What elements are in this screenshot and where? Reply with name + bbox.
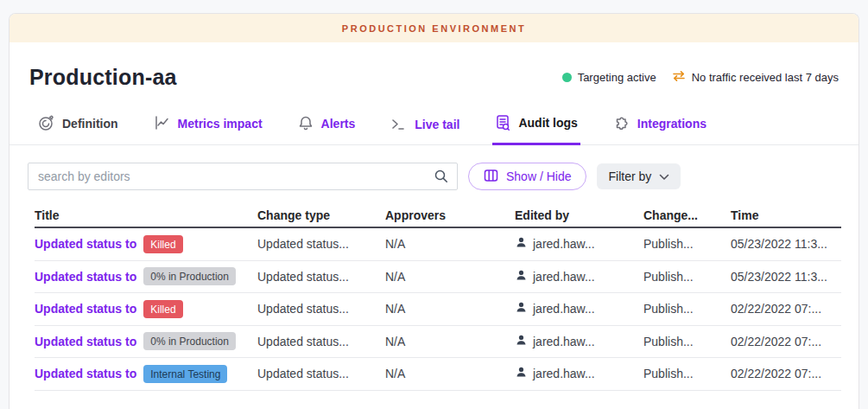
time-cell: 02/22/2022 07:... [731,335,841,348]
editor-name: jared.haw... [533,335,595,348]
time-cell: 02/22/2022 07:... [731,302,841,316]
title-cell: Updated status to 0% in Production [35,332,257,350]
column-header-edited-by: Edited by [515,208,643,222]
approvers-cell: N/A [385,367,515,380]
status-badge: Killed [143,235,182,253]
change-cell: Publish... [643,367,731,380]
column-header-approvers: Approvers [385,208,515,222]
page-title: Production-aa [29,65,177,90]
tab-metrics-impact[interactable]: Metrics impact [151,106,265,145]
definition-target-icon [38,115,54,131]
tab-definition-label: Definition [62,117,118,131]
swap-arrows-icon [672,70,686,85]
title-link[interactable]: Updated status to [35,237,136,251]
chevron-down-icon [659,169,669,183]
column-header-title: Title [35,208,257,222]
targeting-status-label: Targeting active [578,71,656,84]
tab-integrations-label: Integrations [637,117,706,131]
environment-banner-label: PRODUCTION ENVIRONMENT [342,23,526,34]
approvers-cell: N/A [385,335,515,348]
table-row[interactable]: Updated status to 0% in Production Updat… [35,326,841,359]
title-cell: Updated status to 0% in Production [35,267,257,285]
table-header-row: Title Change type Approvers Edited by Ch… [35,204,841,228]
tab-audit-logs[interactable]: Audit logs [492,105,580,145]
show-hide-label: Show / Hide [506,169,571,183]
title-link[interactable]: Updated status to [35,270,136,284]
tab-bar: Definition Metrics impact Alerts [10,105,858,145]
table-row[interactable]: Updated status to Killed Updated status.… [35,293,841,326]
title-cell: Updated status to Killed [35,300,257,318]
tab-alerts[interactable]: Alerts [295,106,358,145]
change-type-cell: Updated status... [257,335,385,348]
change-cell: Publish... [643,237,731,251]
column-header-change: Change... [643,208,731,222]
change-cell: Publish... [643,302,731,316]
change-cell: Publish... [643,335,731,348]
table-row[interactable]: Updated status to Internal Testing Updat… [35,358,841,391]
tab-alerts-label: Alerts [321,117,356,131]
targeting-active-dot-icon [562,73,572,82]
line-chart-icon [154,115,170,131]
table-row[interactable]: Updated status to Killed Updated status.… [35,228,841,261]
tab-live-tail[interactable]: Live tail [388,108,462,145]
status-badge: Internal Testing [143,365,227,383]
editor-name: jared.haw... [533,367,595,380]
tab-metrics-impact-label: Metrics impact [178,117,263,131]
table-row[interactable]: Updated status to 0% in Production Updat… [35,261,841,294]
title-cell: Updated status to Killed [35,235,257,253]
editor-name: jared.haw... [533,270,595,284]
page-header: Production-aa Targeting active No traffi… [10,42,858,105]
title-link[interactable]: Updated status to [35,367,136,380]
tab-integrations[interactable]: Integrations [611,106,709,145]
change-type-cell: Updated status... [257,367,385,380]
status-badge: 0% in Production [143,267,236,285]
environment-banner: PRODUCTION ENVIRONMENT [10,14,858,42]
filter-by-label: Filter by [608,169,651,183]
change-cell: Publish... [643,270,731,284]
audit-toolbar: Show / Hide Filter by [10,145,858,204]
person-icon [515,269,528,284]
table-body: Updated status to Killed Updated status.… [35,228,841,391]
traffic-status-label: No traffic received last 7 days [692,71,839,84]
search-input[interactable] [28,163,458,190]
search-box [28,163,458,190]
bell-icon [298,115,314,131]
title-cell: Updated status to Internal Testing [35,365,257,383]
person-icon [515,301,528,316]
approvers-cell: N/A [385,237,515,251]
time-cell: 05/23/2022 11:3... [731,270,841,284]
edited-by-cell: jared.haw... [515,269,643,284]
tab-live-tail-label: Live tail [415,118,459,131]
title-link[interactable]: Updated status to [35,335,136,348]
approvers-cell: N/A [385,270,515,284]
title-link[interactable]: Updated status to [35,302,136,316]
edited-by-cell: jared.haw... [515,366,643,381]
status-badge: Killed [143,300,182,318]
edited-by-cell: jared.haw... [515,334,643,349]
column-header-change-type: Change type [257,208,385,222]
change-type-cell: Updated status... [257,270,385,284]
audit-log-table: Title Change type Approvers Edited by Ch… [35,204,841,391]
approvers-cell: N/A [385,302,515,316]
editor-name: jared.haw... [533,237,595,251]
tab-definition[interactable]: Definition [35,106,121,145]
puzzle-icon [613,115,630,131]
filter-by-button[interactable]: Filter by [597,163,681,189]
audit-log-document-icon [495,114,510,131]
terminal-icon [390,117,407,131]
editor-name: jared.haw... [533,302,595,316]
change-type-cell: Updated status... [257,237,385,251]
show-hide-button[interactable]: Show / Hide [468,163,586,190]
targeting-status: Targeting active [562,71,656,84]
column-header-time: Time [731,208,841,222]
tab-audit-logs-label: Audit logs [518,116,577,130]
time-cell: 02/22/2022 07:... [731,367,841,380]
columns-icon [484,169,498,185]
status-group: Targeting active No traffic received las… [562,70,839,85]
status-badge: 0% in Production [143,332,236,350]
change-type-cell: Updated status... [257,302,385,316]
person-icon [515,236,528,252]
edited-by-cell: jared.haw... [515,301,643,316]
edited-by-cell: jared.haw... [515,236,643,252]
environment-card: PRODUCTION ENVIRONMENT Production-aa Tar… [9,13,859,409]
